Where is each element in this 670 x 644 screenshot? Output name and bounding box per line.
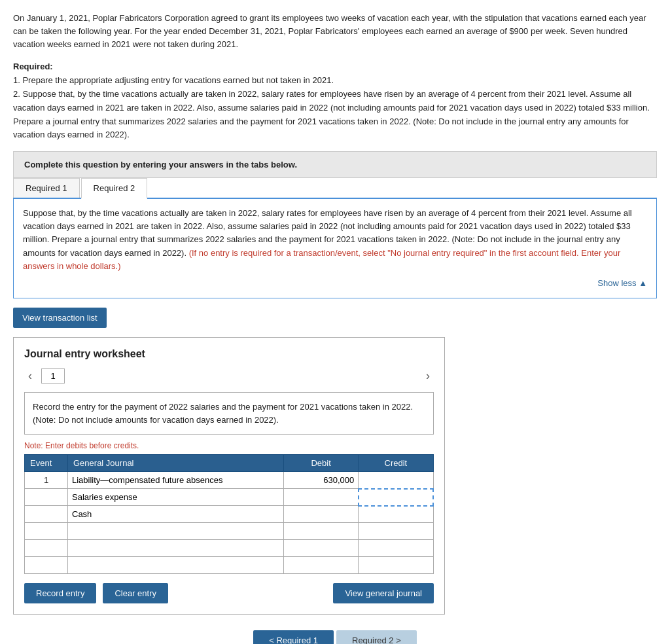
debit-cell[interactable] [284,557,359,574]
journal-cell[interactable] [68,489,284,506]
nav-prev-button[interactable]: ‹ [24,368,36,384]
worksheet-title: Journal entry worksheet [24,348,434,360]
event-cell [25,489,68,506]
credit-cell-active[interactable] [359,489,433,506]
debit-input[interactable] [288,509,354,519]
credit-input[interactable] [363,492,429,502]
event-cell [25,557,68,574]
footer-tab-required2[interactable]: Required 2 > [336,630,417,644]
journal-input[interactable] [72,543,279,553]
debit-cell[interactable] [284,540,359,557]
show-less-link[interactable]: Show less ▲ [23,277,647,290]
event-cell [25,540,68,557]
journal-input[interactable] [72,475,279,485]
credit-input[interactable] [362,543,429,553]
debit-input[interactable] [288,526,354,536]
table-row [25,540,434,557]
event-cell: 1 [25,472,68,489]
required-item2: 2. Suppose that, by the time vacations a… [13,88,657,142]
journal-cell[interactable] [68,557,284,574]
col-header-debit: Debit [284,455,359,472]
credit-cell[interactable] [359,557,433,574]
required-section: Required: 1. Prepare the appropriate adj… [13,60,657,142]
bottom-buttons: Record entry Clear entry View general jo… [24,583,434,603]
required-label: Required: [13,62,53,71]
view-general-journal-button[interactable]: View general journal [333,583,434,603]
nav-next-button[interactable]: › [422,368,434,384]
debit-cell[interactable] [284,489,359,506]
journal-input[interactable] [72,560,279,570]
table-row [25,489,434,506]
col-header-general-journal: General Journal [68,455,284,472]
nav-row: ‹ › [24,368,434,384]
tab-required2[interactable]: Required 2 [81,178,148,199]
journal-input[interactable] [72,509,279,519]
journal-cell[interactable] [68,523,284,540]
record-entry-button[interactable]: Record entry [24,583,96,603]
table-row [25,557,434,574]
record-description: Record the entry for the payment of 2022… [24,392,434,435]
journal-cell[interactable] [68,540,284,557]
required-item1: 1. Prepare the appropriate adjusting ent… [13,74,657,88]
credit-cell[interactable] [359,540,433,557]
worksheet-container: Journal entry worksheet ‹ › Record the e… [13,337,445,615]
journal-input[interactable] [72,492,279,502]
journal-cell[interactable] [68,506,284,523]
debit-before-credits-note: Note: Enter debits before credits. [24,441,434,450]
debit-cell[interactable] [284,472,359,489]
debit-input[interactable] [288,543,354,553]
debit-input[interactable] [288,492,354,502]
table-row [25,506,434,523]
debit-cell[interactable] [284,523,359,540]
footer-tabs: < Required 1 Required 2 > [13,630,657,644]
clear-entry-button[interactable]: Clear entry [103,583,168,603]
credit-input[interactable] [362,475,429,485]
table-row [25,523,434,540]
instruction-box: Complete this question by entering your … [13,151,657,178]
page-number-input[interactable] [41,368,65,384]
debit-input[interactable] [288,560,354,570]
credit-cell[interactable] [359,472,433,489]
tab-content-area: Suppose that, by the time vacations actu… [13,199,657,298]
credit-cell[interactable] [359,506,433,523]
view-transaction-button[interactable]: View transaction list [13,308,107,328]
debit-cell[interactable] [284,506,359,523]
event-cell [25,523,68,540]
footer-tab-required1[interactable]: < Required 1 [253,630,334,644]
credit-input[interactable] [362,526,429,536]
journal-table: Event General Journal Debit Credit 1 [24,454,434,574]
journal-cell[interactable] [68,472,284,489]
col-header-credit: Credit [359,455,433,472]
credit-cell[interactable] [359,523,433,540]
col-header-event: Event [25,455,68,472]
table-row: 1 [25,472,434,489]
tab-required1[interactable]: Required 1 [13,178,80,198]
tabs-row: Required 1 Required 2 [13,178,657,199]
event-cell [25,506,68,523]
credit-input[interactable] [362,509,429,519]
intro-paragraph: On January 1, 2021, Poplar Fabricators C… [13,12,657,51]
credit-input[interactable] [362,560,429,570]
debit-input[interactable] [288,475,354,485]
journal-input[interactable] [72,526,279,536]
